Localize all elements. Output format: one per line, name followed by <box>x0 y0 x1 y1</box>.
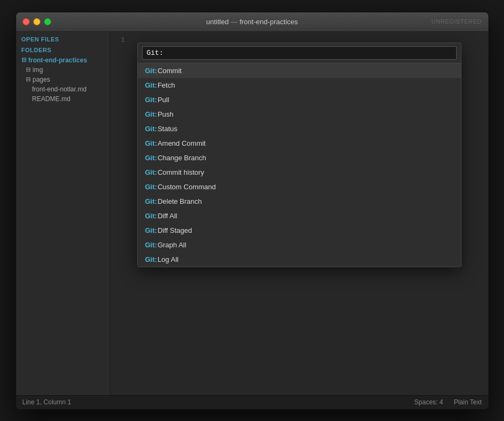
maximize-button[interactable] <box>44 18 51 25</box>
command-item[interactable]: Git: Pull <box>138 92 461 107</box>
command-item[interactable]: Git: Diff Staged <box>138 223 461 238</box>
file2-label: README.md <box>32 95 70 103</box>
command-item[interactable]: Git: Commit history <box>138 165 461 180</box>
root-folder-label: front-end-practices <box>29 56 87 64</box>
main-content: OPEN FILES FOLDERS ⊟ front-end-practices… <box>16 32 488 395</box>
sidebar-item-file1[interactable]: front-end-notlar.md <box>16 84 110 94</box>
cursor-position: Line 1, Column 1 <box>23 398 72 406</box>
open-files-label: OPEN FILES <box>16 32 110 45</box>
command-item[interactable]: Git: Custom Command <box>138 180 461 194</box>
command-item[interactable]: Git: Diff All <box>138 209 461 223</box>
statusbar: Line 1, Column 1 Spaces: 4 Plain Text <box>16 395 488 409</box>
folder-icon-pages: ⊟ <box>26 76 31 83</box>
folders-label: FOLDERS <box>16 45 110 55</box>
syntax-indicator: Plain Text <box>454 398 482 406</box>
titlebar: untitled — front-end-practices UNREGISTE… <box>16 12 488 32</box>
command-palette: Git: CommitGit: FetchGit: PullGit: PushG… <box>137 42 462 267</box>
command-list: Git: CommitGit: FetchGit: PullGit: PushG… <box>138 63 461 267</box>
window-title: untitled — front-end-practices <box>206 18 298 26</box>
line-number-1: 1 <box>110 36 125 44</box>
sidebar-item-file2[interactable]: README.md <box>16 94 110 104</box>
command-item[interactable]: Git: Status <box>138 122 461 136</box>
sidebar: OPEN FILES FOLDERS ⊟ front-end-practices… <box>16 32 110 395</box>
sidebar-item-root-folder[interactable]: ⊟ front-end-practices <box>16 55 110 65</box>
command-item[interactable]: Git: Commit <box>138 63 461 78</box>
unregistered-label: UNREGISTERED <box>431 18 481 25</box>
command-item[interactable]: Git: Delete Branch <box>138 194 461 209</box>
file1-label: front-end-notlar.md <box>32 85 87 93</box>
spaces-indicator: Spaces: 4 <box>414 398 443 406</box>
folder-open-icon: ⊟ <box>22 56 26 63</box>
statusbar-right: Spaces: 4 Plain Text <box>414 398 481 406</box>
close-button[interactable] <box>23 18 30 25</box>
command-item[interactable]: Git: Change Branch <box>138 151 461 165</box>
editor-area: 1 Git: CommitGit: FetchGit: PullGit: Pus… <box>110 32 488 395</box>
minimize-button[interactable] <box>33 18 40 25</box>
command-input[interactable] <box>142 46 457 60</box>
command-item[interactable]: Git: Amend Commit <box>138 136 461 151</box>
app-window: untitled — front-end-practices UNREGISTE… <box>16 12 489 410</box>
line-numbers: 1 <box>110 36 132 391</box>
traffic-lights <box>23 18 51 25</box>
command-item[interactable]: Git: Fetch <box>138 78 461 92</box>
sidebar-item-pages[interactable]: ⊟ pages <box>16 75 110 84</box>
command-item[interactable]: Git: Push <box>138 107 461 122</box>
command-item[interactable]: Git: Log All <box>138 252 461 267</box>
command-input-wrapper <box>138 43 461 63</box>
sidebar-item-img[interactable]: ⊟ img <box>16 65 110 75</box>
command-item[interactable]: Git: Graph All <box>138 238 461 252</box>
folder-icon-img: ⊟ <box>26 66 31 73</box>
img-folder-label: img <box>33 66 43 74</box>
pages-folder-label: pages <box>33 76 51 83</box>
